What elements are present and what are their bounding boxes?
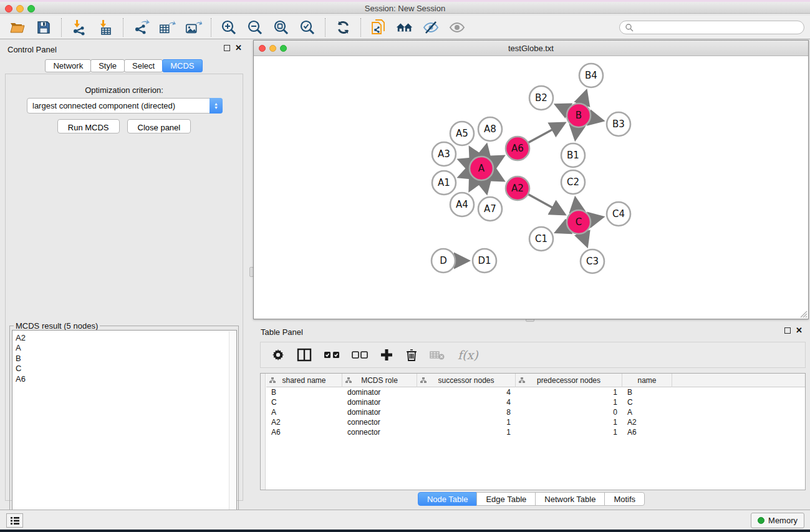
table-row[interactable]: Bdominator41B	[266, 387, 805, 397]
column-header-successor-nodes[interactable]: successor nodes	[417, 374, 516, 387]
edge-C-C1[interactable]	[557, 227, 567, 232]
table-row[interactable]: Adominator80A	[266, 407, 805, 417]
table-cell[interactable]: A2	[266, 418, 342, 427]
function-builder-icon[interactable]: f(x)	[458, 348, 478, 362]
float-table-panel-icon[interactable]	[784, 327, 791, 334]
home-icon[interactable]	[396, 19, 413, 36]
table-cell[interactable]: 0	[516, 408, 622, 417]
edge-C-C4[interactable]	[591, 217, 602, 220]
deselect-all-icon[interactable]	[352, 351, 368, 359]
close-panel-button[interactable]: Close panel	[127, 119, 191, 133]
criterion-dropdown[interactable]: largest connected component (directed) ▲…	[27, 98, 223, 114]
result-item[interactable]: A6	[16, 374, 236, 384]
table-cell[interactable]: 4	[417, 388, 516, 397]
result-item[interactable]: C	[16, 364, 236, 374]
table-cell[interactable]: A2	[622, 418, 672, 427]
edge-A-A2[interactable]	[493, 175, 503, 180]
table-cell[interactable]: B	[622, 388, 672, 397]
network-graph[interactable]: AA1A2A3A4A5A6A7A8BB1B2B3B4CC1C2C3C4DD1	[254, 57, 808, 319]
edge-C-C3[interactable]	[583, 234, 587, 246]
task-history-button[interactable]	[6, 513, 23, 528]
node-C[interactable]: C	[567, 210, 591, 234]
node-B2[interactable]: B2	[529, 86, 553, 110]
node-D[interactable]: D	[432, 249, 455, 273]
table-row[interactable]: A6connector11A6	[266, 427, 805, 437]
table-cell[interactable]: 1	[516, 418, 622, 427]
table-cell[interactable]: A	[622, 408, 672, 417]
node-B3[interactable]: B3	[607, 112, 630, 136]
edge-B-B3[interactable]	[591, 118, 602, 120]
result-scrollbar[interactable]	[229, 331, 236, 532]
network-canvas[interactable]: AA1A2A3A4A5A6A7A8BB1B2B3B4CC1C2C3C4DD1	[254, 57, 808, 319]
column-header-predecessor-nodes[interactable]: predecessor nodes	[516, 374, 622, 387]
table-cell[interactable]: A	[266, 408, 342, 417]
save-session-icon[interactable]	[35, 19, 52, 36]
tab-network[interactable]: Network	[45, 59, 91, 72]
edge-A6-B[interactable]	[529, 123, 564, 143]
node-A[interactable]: A	[470, 157, 493, 180]
table-cell[interactable]: 8	[417, 408, 516, 417]
import-table-icon[interactable]	[97, 19, 114, 36]
zoom-selected-icon[interactable]	[299, 19, 316, 36]
table-cell[interactable]: connector	[342, 428, 417, 437]
delete-icon[interactable]	[405, 348, 418, 362]
node-C1[interactable]: C1	[529, 227, 553, 251]
refresh-layout-icon[interactable]	[334, 19, 352, 36]
search-field[interactable]	[619, 21, 804, 34]
edge-A-A3[interactable]	[460, 160, 470, 164]
export-network-icon[interactable]	[132, 19, 150, 36]
edge-A-A6[interactable]	[493, 157, 503, 162]
hide-eye-icon[interactable]	[422, 19, 440, 36]
table-cell[interactable]: 1	[516, 428, 622, 437]
edge-A-A7[interactable]	[484, 181, 486, 193]
node-A2[interactable]: A2	[506, 177, 529, 200]
table-cell[interactable]: dominator	[342, 388, 417, 397]
table-cell[interactable]: dominator	[342, 408, 417, 417]
node-A8[interactable]: A8	[478, 117, 502, 141]
node-A5[interactable]: A5	[450, 122, 474, 145]
table-cell[interactable]: 1	[516, 398, 622, 407]
table-cell[interactable]: 1	[516, 388, 622, 397]
run-mcds-button[interactable]: Run MCDS	[57, 119, 120, 133]
edge-C-C2[interactable]	[576, 199, 577, 210]
search-input[interactable]	[634, 23, 804, 32]
table-row[interactable]: A2connector11A2	[266, 417, 805, 427]
close-table-panel-icon[interactable]: ✕	[796, 327, 803, 334]
node-C3[interactable]: C3	[581, 249, 604, 273]
node-A3[interactable]: A3	[432, 142, 456, 166]
table-cell[interactable]: 1	[417, 428, 516, 437]
edge-B-B1[interactable]	[576, 128, 577, 138]
table-cell[interactable]: 1	[417, 418, 516, 427]
node-A4[interactable]: A4	[450, 193, 474, 216]
tab-edge-table[interactable]: Edge Table	[476, 492, 536, 506]
memory-button[interactable]: Memory	[751, 513, 804, 528]
zoom-in-icon[interactable]	[220, 19, 238, 36]
node-A1[interactable]: A1	[432, 171, 456, 195]
table-cell[interactable]: B	[266, 388, 342, 397]
close-panel-icon[interactable]: ✕	[235, 45, 242, 51]
edge-B-B4[interactable]	[582, 92, 586, 104]
node-B1[interactable]: B1	[561, 143, 585, 167]
table-cell[interactable]: 4	[417, 398, 516, 407]
tab-node-table[interactable]: Node Table	[418, 492, 478, 506]
zoom-out-icon[interactable]	[246, 19, 264, 36]
select-all-icon[interactable]	[324, 351, 340, 359]
node-C4[interactable]: C4	[607, 202, 630, 226]
table-cell[interactable]: dominator	[342, 398, 417, 407]
open-session-icon[interactable]	[9, 19, 26, 36]
add-column-icon[interactable]	[380, 348, 393, 362]
edge-B-B2[interactable]	[556, 105, 567, 110]
column-header-shared-name[interactable]: shared name	[266, 374, 342, 387]
tab-style[interactable]: Style	[90, 59, 125, 72]
tab-network-table[interactable]: Network Table	[535, 492, 605, 506]
show-eye-icon[interactable]	[448, 19, 466, 36]
network-document-icon[interactable]	[370, 19, 387, 36]
zoom-fit-icon[interactable]	[272, 19, 290, 36]
edge-A2-C[interactable]	[529, 195, 564, 214]
float-panel-icon[interactable]	[224, 45, 230, 51]
export-image-icon[interactable]	[185, 19, 202, 36]
table-cell[interactable]: connector	[342, 418, 417, 427]
table-cell[interactable]: C	[266, 398, 342, 407]
edge-A-A5[interactable]	[470, 148, 475, 158]
table-cell[interactable]: A6	[266, 428, 342, 437]
